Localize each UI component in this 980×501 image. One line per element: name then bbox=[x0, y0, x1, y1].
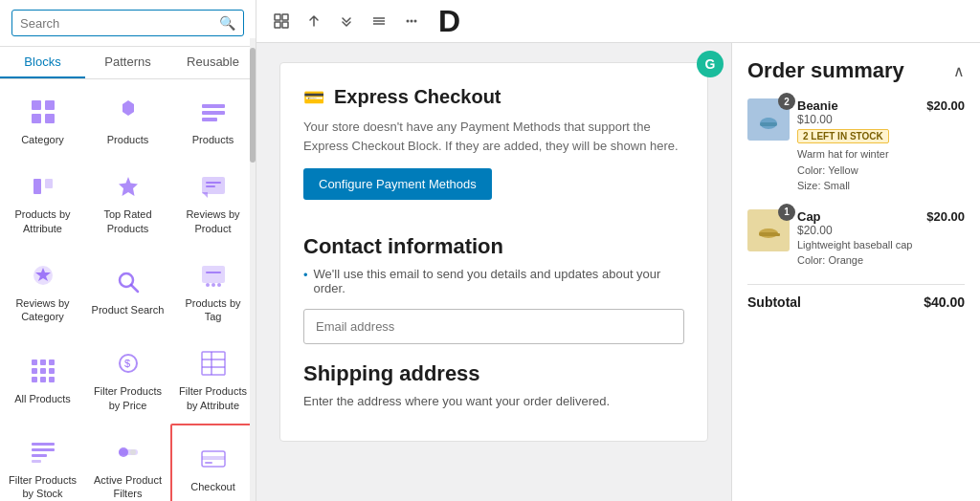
beanie-color: Yellow bbox=[828, 164, 858, 176]
block-icon-category bbox=[26, 95, 60, 129]
main-content: D G 💳 Express Checkout Your store doesn'… bbox=[256, 0, 980, 501]
configure-payment-methods-button[interactable]: Configure Payment Methods bbox=[303, 168, 492, 200]
collapse-button[interactable]: ∧ bbox=[953, 62, 965, 80]
toolbar-align-button[interactable] bbox=[366, 10, 392, 33]
sidebar: 🔍 Blocks Patterns Reusable Category bbox=[0, 0, 256, 501]
block-item-reviews-by-product[interactable]: Reviews by Product bbox=[170, 158, 256, 247]
block-label-products-by-tag: Products by Tag bbox=[176, 296, 250, 324]
svg-rect-0 bbox=[32, 100, 41, 110]
block-label-category: Category bbox=[21, 133, 64, 146]
svg-text:$: $ bbox=[124, 358, 130, 369]
checkout-block: 💳 Express Checkout Your store doesn't ha… bbox=[279, 62, 708, 442]
svg-rect-28 bbox=[49, 377, 55, 382]
block-item-all-products[interactable]: All Products bbox=[0, 335, 85, 424]
svg-rect-11 bbox=[206, 185, 215, 187]
tab-reusable[interactable]: Reusable bbox=[170, 47, 256, 78]
block-icon-products-by-tag bbox=[196, 258, 231, 293]
block-item-products2[interactable]: Products bbox=[170, 83, 256, 158]
block-item-product-search[interactable]: Product Search bbox=[85, 247, 170, 336]
beanie-quantity-badge: 2 bbox=[778, 93, 795, 110]
svg-point-41 bbox=[130, 449, 136, 455]
block-icon-reviews-by-category bbox=[26, 258, 60, 293]
card-icon: 💳 bbox=[303, 87, 324, 108]
cap-meta: Lightweight baseball cap Color: Orange bbox=[797, 237, 919, 269]
bullet-icon: • bbox=[303, 268, 308, 282]
search-icon-button[interactable]: 🔍 bbox=[219, 15, 235, 31]
beanie-name: Beanie bbox=[797, 98, 919, 113]
search-input[interactable] bbox=[20, 16, 219, 31]
svg-point-16 bbox=[206, 283, 210, 287]
express-checkout-header: 💳 Express Checkout bbox=[303, 86, 684, 108]
block-item-products-by-attribute[interactable]: Products by Attribute bbox=[0, 158, 85, 247]
cap-description: Lightweight baseball cap bbox=[797, 239, 912, 250]
express-checkout-description: Your store doesn't have any Payment Meth… bbox=[303, 118, 684, 155]
block-icon-products2 bbox=[196, 95, 231, 129]
block-label-active-product-filters: Active Product Filters bbox=[91, 473, 165, 501]
block-icon-products-by-attribute bbox=[26, 169, 60, 204]
cap-color: Orange bbox=[828, 254, 863, 266]
cap-unit-price: $20.00 bbox=[797, 224, 919, 237]
svg-rect-23 bbox=[32, 368, 37, 374]
svg-rect-36 bbox=[32, 448, 55, 451]
block-icon-reviews-by-product bbox=[196, 169, 231, 204]
toolbar-grid-button[interactable] bbox=[268, 10, 295, 33]
order-item-cap: 1 Cap $20.00 Lightweight baseball cap Co… bbox=[747, 209, 965, 269]
block-item-filter-by-stock[interactable]: Filter Products by Stock bbox=[0, 424, 85, 501]
toolbar-down-arrows-button[interactable] bbox=[333, 10, 360, 33]
block-label-products: Products bbox=[107, 133, 148, 146]
svg-rect-8 bbox=[45, 179, 53, 188]
toolbar-dots-button[interactable] bbox=[398, 10, 425, 33]
beanie-line-price: $20.00 bbox=[926, 98, 965, 113]
express-checkout-title: Express Checkout bbox=[334, 86, 501, 108]
svg-point-18 bbox=[217, 283, 221, 287]
svg-point-56 bbox=[414, 20, 417, 23]
scrollbar-track[interactable] bbox=[250, 38, 256, 501]
svg-rect-49 bbox=[275, 22, 280, 28]
svg-rect-6 bbox=[202, 118, 217, 121]
svg-rect-10 bbox=[206, 182, 221, 184]
cap-details: Cap $20.00 Lightweight baseball cap Colo… bbox=[797, 209, 919, 269]
beanie-thumbnail: 2 bbox=[747, 98, 790, 141]
block-icon-checkout bbox=[196, 442, 231, 476]
svg-point-40 bbox=[119, 447, 128, 457]
search-bar: 🔍 bbox=[0, 0, 256, 47]
subtotal-value: $40.00 bbox=[924, 294, 965, 310]
block-item-reviews-by-category[interactable]: Reviews by Category bbox=[0, 247, 85, 336]
scrollbar-thumb[interactable] bbox=[250, 48, 256, 163]
beanie-description: Warm hat for winter bbox=[797, 148, 889, 160]
svg-rect-47 bbox=[275, 14, 280, 20]
svg-rect-50 bbox=[282, 22, 288, 28]
tabs-row: Blocks Patterns Reusable bbox=[0, 47, 256, 79]
block-item-active-product-filters[interactable]: Active Product Filters bbox=[85, 424, 170, 501]
block-item-filter-by-attribute[interactable]: Filter Products by Attribute bbox=[170, 335, 256, 424]
email-input[interactable] bbox=[303, 309, 684, 344]
svg-rect-24 bbox=[40, 368, 46, 374]
svg-point-17 bbox=[212, 283, 215, 287]
block-item-products-by-tag[interactable]: Products by Tag bbox=[170, 247, 256, 336]
order-summary-header: Order summary ∧ bbox=[747, 58, 965, 83]
svg-rect-4 bbox=[202, 104, 225, 108]
block-item-products[interactable]: Products bbox=[85, 83, 170, 158]
toolbar-arrows-button[interactable] bbox=[301, 10, 327, 33]
subtotal-row: Subtotal $40.00 bbox=[747, 284, 965, 310]
svg-rect-15 bbox=[202, 266, 225, 283]
shipping-section-desc: Enter the address where you want your or… bbox=[303, 394, 684, 408]
tab-blocks[interactable]: Blocks bbox=[0, 47, 85, 78]
svg-rect-25 bbox=[49, 368, 55, 374]
block-item-top-rated[interactable]: Top Rated Products bbox=[85, 158, 170, 247]
block-item-category[interactable]: Category bbox=[0, 83, 85, 158]
block-item-filter-by-price[interactable]: $ Filter Products by Price bbox=[85, 335, 170, 424]
tab-patterns[interactable]: Patterns bbox=[85, 47, 170, 78]
svg-rect-19 bbox=[206, 272, 221, 273]
order-item-beanie: 2 Beanie $10.00 2 LEFT IN STOCK Warm hat… bbox=[747, 98, 965, 194]
svg-rect-27 bbox=[40, 377, 46, 382]
svg-rect-21 bbox=[40, 359, 46, 365]
svg-rect-7 bbox=[33, 179, 41, 194]
block-icon-top-rated bbox=[111, 169, 145, 204]
beanie-details: Beanie $10.00 2 LEFT IN STOCK Warm hat f… bbox=[797, 98, 919, 194]
svg-rect-44 bbox=[205, 462, 212, 464]
floating-circle: G bbox=[697, 51, 724, 77]
block-label-top-rated: Top Rated Products bbox=[91, 207, 165, 235]
editor-canvas: G 💳 Express Checkout Your store doesn't … bbox=[256, 43, 731, 501]
block-item-checkout[interactable]: Checkout bbox=[170, 424, 256, 501]
